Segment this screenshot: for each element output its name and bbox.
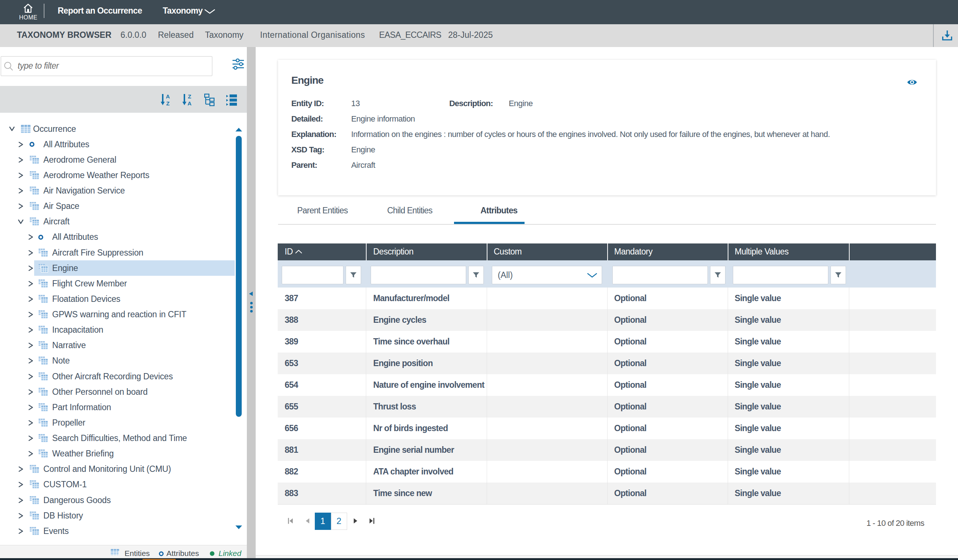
svg-text:Z: Z [166, 100, 169, 106]
svg-text:A: A [166, 93, 170, 100]
svg-text:A: A [188, 100, 192, 106]
svg-text:Z: Z [188, 93, 191, 100]
